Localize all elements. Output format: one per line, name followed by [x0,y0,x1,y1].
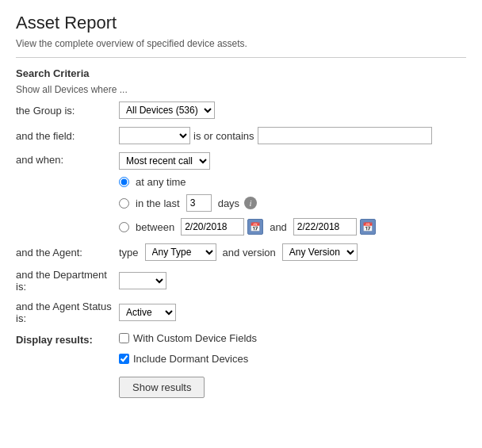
radio-between[interactable] [119,222,129,232]
field-label: and the field: [16,130,119,142]
status-label: and the Agent Status is: [16,301,119,324]
and-label: and [270,221,287,233]
version-label: and version [223,247,276,258]
dormant-devices-row: Include Dormant Devices [119,353,257,365]
department-label: and the Department is: [16,269,119,293]
field-select[interactable] [119,127,190,144]
dormant-devices-checkbox[interactable] [119,354,129,364]
between-label: between [136,221,174,233]
days-label: days [218,197,239,209]
custom-fields-row: With Custom Device Fields [119,332,257,344]
radio-in-last[interactable] [119,198,129,209]
in-last-label: in the last [136,197,180,209]
contains-input[interactable] [258,127,432,144]
status-row: and the Agent Status is: Active Inactive… [16,301,466,324]
field-row: and the field: is or contains [16,127,466,144]
custom-fields-checkbox[interactable] [119,333,129,343]
days-input[interactable] [186,194,212,212]
agent-version-select[interactable]: Any Version 1.0 2.0 [282,243,358,261]
section-title: Search Criteria [16,67,466,79]
group-row: the Group is: All Devices (536) Group A … [16,101,466,119]
when-select[interactable]: Most recent call First call Last call [119,152,210,170]
status-select[interactable]: Active Inactive Any [119,304,176,321]
info-icon: i [244,197,257,209]
display-results-row: Display results: With Custom Device Fiel… [16,332,466,398]
field-controls: is or contains [119,127,432,144]
radio-any-time-row: at any time [119,176,376,188]
dormant-devices-label: Include Dormant Devices [133,353,248,365]
radio-any-time[interactable] [119,177,129,187]
date-to-input[interactable] [293,218,357,235]
page-title: Asset Report [16,13,466,33]
display-results-label: Display results: [16,332,119,346]
radio-any-time-label: at any time [136,176,186,188]
group-controls: All Devices (536) Group A Group B [119,101,215,119]
department-controls [119,272,166,289]
calendar-from-icon[interactable]: 📅 [247,219,263,235]
agent-controls: type Any Type Type A Type B and version … [119,243,358,261]
department-select[interactable] [119,272,166,289]
show-results-button[interactable]: Show results [119,377,205,398]
group-label: the Group is: [16,105,119,117]
agent-row: and the Agent: type Any Type Type A Type… [16,243,466,261]
date-from-input[interactable] [181,218,244,235]
custom-fields-label: With Custom Device Fields [133,332,257,344]
when-label: and when: [16,152,119,166]
group-select[interactable]: All Devices (536) Group A Group B [119,101,215,119]
show-all-label: Show all Devices where ... [16,84,466,95]
radio-between-row: between 📅 and 📅 [119,218,376,235]
radio-in-last-row: in the last days i [119,194,376,212]
page-subtitle: View the complete overview of specified … [16,38,466,49]
when-row: and when: Most recent call First call La… [16,152,466,235]
agent-type-select[interactable]: Any Type Type A Type B [145,243,216,261]
agent-label: and the Agent: [16,247,119,258]
type-label: type [119,247,139,258]
divider [16,57,466,58]
is-or-contains-label: is or contains [193,130,254,142]
status-controls: Active Inactive Any [119,304,176,321]
calendar-to-icon[interactable]: 📅 [360,219,376,235]
when-controls: Most recent call First call Last call at… [119,152,376,235]
department-row: and the Department is: [16,269,466,293]
display-results-controls: With Custom Device Fields Include Dorman… [119,332,257,398]
